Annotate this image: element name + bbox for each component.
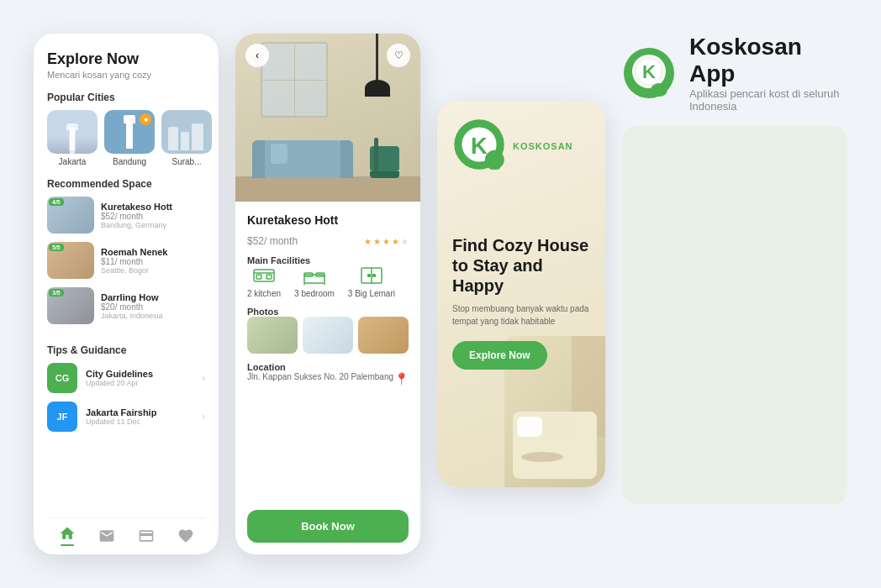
explore-subtitle: Mencari kosan yang cozy [47, 70, 205, 80]
phone2-hero: ‹ ♡ [235, 34, 420, 202]
svg-rect-2 [256, 275, 261, 279]
tips-label: Tips & Guidance [47, 344, 205, 356]
hero-window [261, 42, 328, 118]
rec-item-2[interactable]: 3/5 Darrling How $20/ month Jakarta, Ind… [47, 287, 205, 324]
tip-name-1: Jakarta Fairship [86, 407, 156, 417]
splash-content: Find Cozy House to Stay and Happy Stop m… [452, 235, 590, 370]
facility-bedroom-count: 3 bedroom [294, 289, 335, 298]
phone3: K KOSKOSAN Find Cozy House to Stay and H… [437, 101, 605, 487]
location-row: Jln. Kappan Sukses No. 20 Palembang 📍 [247, 372, 409, 386]
rec-price-0: $52/ month [101, 212, 172, 221]
brand-tagline: Aplikasi pencari kost di seluruh Indones… [689, 87, 847, 113]
rec-loc-2: Jakarta, Indonesia [101, 312, 163, 320]
facility-bedroom: 3 bedroom [294, 265, 335, 298]
price-unit: / month [264, 235, 298, 247]
detail-name: Kuretakeso Hott [247, 213, 409, 227]
hero-floor [235, 176, 420, 202]
tip-0[interactable]: CG City Guidelines Updated 20 Apr › [47, 363, 205, 393]
tips-section: Tips & Guidance CG City Guidelines Updat… [47, 344, 205, 440]
right-panel: K Koskosan App Aplikasi pencari kost di … [622, 34, 847, 504]
rec-badge-1: 5/5 [49, 244, 64, 251]
rec-price-2: $20/ month [101, 302, 163, 312]
hero-lamp-shade [365, 80, 390, 97]
nav-home[interactable] [59, 525, 76, 546]
city-jakarta-name: Jakarta [47, 157, 98, 166]
city-jakarta-img [47, 110, 98, 154]
tip-arrow-0: › [202, 372, 205, 384]
bedroom-icon [301, 265, 328, 286]
explore-now-button[interactable]: Explore Now [452, 341, 547, 370]
city-bandung-name: Bandung [104, 157, 155, 166]
rec-badge-0: 4/5 [49, 198, 64, 206]
brand-name: Koskosan App [689, 34, 847, 87]
rec-badge-2: 3/5 [49, 289, 64, 297]
phone2-body: Kuretakeso Hott $52/ month ★ ★ ★ ★ ★ Mai… [235, 202, 420, 554]
svg-rect-15 [488, 164, 500, 170]
photo-2[interactable] [358, 317, 409, 354]
rec-loc-0: Bandung, Germany [101, 221, 172, 229]
rec-item-0[interactable]: 4/5 Kuretakeso Hott $52/ month Bandung, … [47, 197, 205, 234]
location-section: Location Jln. Kappan Sukses No. 20 Palem… [247, 362, 409, 386]
bandung-tower [126, 122, 133, 149]
rec-info-2: Darrling How $20/ month Jakarta, Indones… [101, 292, 163, 320]
photo-1[interactable] [303, 317, 353, 354]
city-surabaya-img [161, 110, 212, 154]
rec-info-0: Kuretakeso Hott $52/ month Bandung, Germ… [101, 202, 172, 229]
photos-label: Photos [247, 307, 409, 317]
rec-price-unit-0: / month [115, 212, 143, 221]
city-buildings [168, 118, 205, 150]
detail-price: $52/ month [247, 235, 298, 247]
splash-brand: KOSKOSAN [513, 141, 573, 151]
rec-info-1: Roemah Nenek $11/ month Seattle, Bogor [101, 247, 167, 275]
price-rating-row: $52/ month ★ ★ ★ ★ ★ [247, 235, 409, 247]
rec-img-2: 3/5 [47, 287, 94, 324]
recommended-section: Recommended Space 4/5 Kuretakeso Hott $5… [47, 178, 205, 333]
svg-text:K: K [642, 61, 656, 82]
rec-name-0: Kuretakeso Hott [101, 202, 172, 212]
popular-cities-label: Popular Cities [47, 92, 205, 103]
tip-date-0: Updated 20 Apr [86, 379, 153, 387]
svg-point-9 [367, 275, 370, 277]
tip-icon-jf: JF [47, 402, 77, 432]
rec-img-1: 5/5 [47, 242, 94, 279]
nav-active-indicator [61, 544, 74, 546]
koskosan-logo: K [452, 118, 506, 175]
hero-lamp-pole [376, 34, 378, 84]
rec-name-1: Roemah Nenek [101, 247, 167, 257]
photos-section: Photos [247, 307, 409, 354]
cities-row: Jakarta ★ Bandung [47, 110, 205, 166]
svg-rect-3 [266, 275, 272, 279]
book-button[interactable]: Book Now [247, 510, 409, 543]
tip-1[interactable]: JF Jakarta Fairship Updated 11 Dec › [47, 402, 205, 432]
facility-lemari-count: 3 Big Lemari [348, 289, 395, 298]
tip-name-0: City Guidelines [86, 369, 153, 379]
tip-icon-cg: CG [47, 363, 77, 393]
rec-item-1[interactable]: 5/5 Roemah Nenek $11/ month Seattle, Bog… [47, 242, 205, 279]
photo-0[interactable] [247, 317, 298, 354]
lemari-icon [358, 265, 385, 286]
city-surabaya-name: Surab... [161, 157, 212, 166]
nav-card[interactable] [138, 528, 155, 544]
kitchen-icon [251, 265, 277, 286]
rec-loc-1: Seattle, Bogor [101, 266, 167, 275]
back-button[interactable]: ‹ [245, 44, 269, 67]
city-jakarta[interactable]: Jakarta [47, 110, 98, 166]
city-bandung[interactable]: ★ Bandung [104, 110, 155, 166]
facility-kitchen: 2 kitchen [247, 265, 281, 298]
location-pin-icon: 📍 [394, 372, 409, 386]
splash-logo-row: K KOSKOSAN [452, 118, 590, 175]
favorite-button[interactable]: ♡ [387, 44, 410, 67]
brand-logo: K [622, 46, 676, 100]
explore-title: Explore Now [47, 50, 205, 68]
location-address: Jln. Kappan Sukses No. 20 Palembang [247, 372, 393, 381]
hero-chair [370, 136, 404, 178]
hero-sofa [252, 140, 353, 178]
facility-lemari: 3 Big Lemari [348, 265, 395, 298]
stars: ★ ★ ★ ★ ★ [364, 237, 409, 246]
nav-heart[interactable] [177, 528, 194, 544]
recommended-label: Recommended Space [47, 178, 205, 190]
nav-mail[interactable] [98, 528, 115, 544]
facilities-section: Main Facilities 2 kitchen [247, 255, 409, 298]
rec-price-1: $11/ month [101, 257, 167, 266]
city-surabaya[interactable]: Surab... [161, 110, 212, 166]
